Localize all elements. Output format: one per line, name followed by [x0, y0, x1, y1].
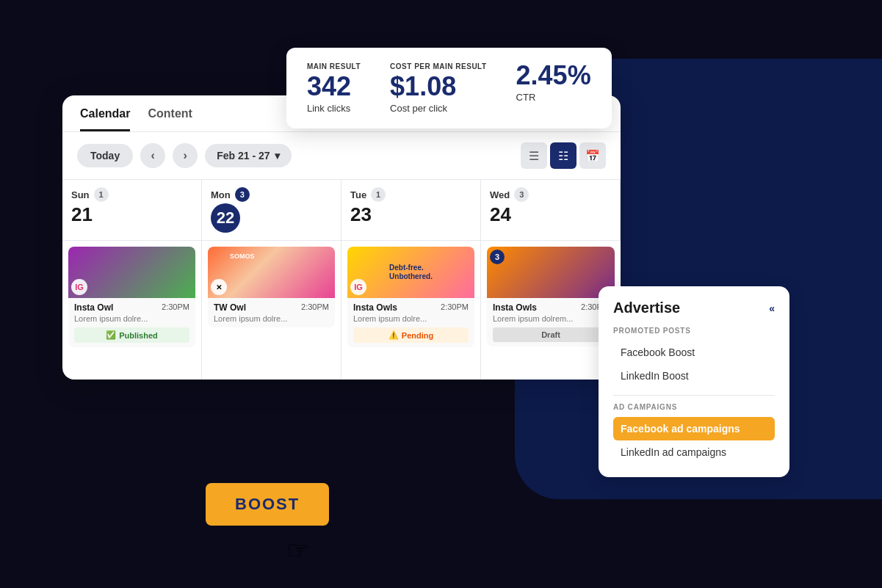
day-header-mon: Mon 3 22: [202, 180, 341, 240]
day-header-sun: Sun 1 21: [62, 180, 202, 240]
calendar-card: Calendar Content Today ‹ › Feb 21 - 27 ▾…: [62, 95, 621, 380]
linkedin-boost-item[interactable]: LinkedIn Boost: [613, 364, 775, 388]
tab-calendar[interactable]: Calendar: [80, 107, 130, 131]
facebook-ad-campaigns-item[interactable]: Facebook ad campaigns: [613, 417, 775, 440]
ctr-label: CTR: [516, 92, 591, 103]
post-image-sun: IG: [68, 247, 195, 298]
main-result-value: 342: [307, 73, 361, 100]
day-header-tue: Tue 1 23: [341, 180, 481, 240]
boost-button[interactable]: BOOST: [206, 483, 329, 526]
day-cell-tue: Debt-free.Unbothered. IG Insta Owls 2:30…: [341, 240, 481, 380]
day-badge-sun: 1: [94, 187, 109, 202]
day-number-sun: 21: [71, 203, 192, 226]
post-desc-sun: Lorem ipsum dolre...: [74, 314, 189, 323]
day-number-tue: 23: [350, 203, 471, 226]
post-name-mon: TW Owl: [214, 302, 246, 313]
calendar-toolbar: Today ‹ › Feb 21 - 27 ▾ ☰ ☷ 📅: [62, 132, 621, 179]
post-card-mon[interactable]: ✕ SOMOS TW Owl 2:30PM Lorem ipsum dolre.…: [208, 247, 335, 327]
day-headers: Sun 1 21 Mon 3 22 Tue 1 23 Wed 3: [62, 179, 621, 380]
view-buttons: ☰ ☷ 📅: [521, 142, 606, 169]
day-cell-sun: IG Insta Owl 2:30PM Lorem ipsum dolre...…: [62, 240, 202, 380]
day-number-mon: 22: [211, 203, 240, 233]
linkedin-ad-campaigns-item[interactable]: LinkedIn ad campaigns: [613, 440, 775, 464]
divider: [613, 395, 775, 396]
post-badge-wed: 3: [490, 250, 505, 264]
day-badge-wed: 3: [514, 187, 529, 202]
stats-card: MAIN RESULT 342 Link clicks COST PER MAI…: [286, 48, 612, 128]
day-name-wed: Wed: [490, 189, 510, 200]
day-header-wed: Wed 3 24: [481, 180, 621, 240]
post-desc-tue: Lorem ipsum dolre...: [353, 314, 469, 323]
post-time-sun: 2:30PM: [162, 302, 189, 311]
post-image-mon: ✕ SOMOS: [208, 247, 335, 298]
post-time-mon: 2:30PM: [301, 302, 329, 311]
status-draft-wed: Draft: [493, 327, 609, 342]
cost-label: COST PER MAIN RESULT: [390, 62, 486, 70]
check-icon: ✅: [106, 330, 116, 340]
facebook-boost-item[interactable]: Facebook Boost: [613, 341, 775, 364]
today-button[interactable]: Today: [77, 144, 133, 167]
twitter-icon: ✕: [211, 279, 227, 295]
day-badge-mon: 3: [235, 187, 250, 202]
main-result-sublabel: Link clicks: [307, 103, 361, 114]
ad-campaigns-label: AD CAMPAIGNS: [613, 403, 775, 411]
post-card-sun[interactable]: IG Insta Owl 2:30PM Lorem ipsum dolre...…: [68, 247, 195, 347]
stats-ctr: 2.45% CTR: [516, 62, 591, 103]
post-image-text: SOMOS: [230, 253, 255, 260]
day-number-wed: 24: [490, 203, 611, 226]
warning-icon: ⚠️: [388, 330, 399, 340]
ctr-value: 2.45%: [516, 62, 591, 89]
collapse-button[interactable]: «: [769, 302, 775, 314]
status-published-sun: ✅ Published: [74, 327, 189, 343]
advertise-panel: Advertise « PROMOTED POSTS Facebook Boos…: [599, 286, 789, 477]
cursor-hand: ☞: [286, 535, 310, 566]
instagram-icon-tue: IG: [350, 279, 366, 295]
grid-icon: ☷: [558, 149, 568, 163]
day-name-mon: Mon: [211, 189, 231, 200]
advertise-title: Advertise: [613, 300, 680, 316]
cost-value: $1.08: [390, 73, 486, 100]
post-card-tue[interactable]: Debt-free.Unbothered. IG Insta Owls 2:30…: [347, 247, 474, 347]
list-view-button[interactable]: ☰: [521, 142, 547, 169]
debt-free-text: Debt-free.Unbothered.: [386, 261, 435, 284]
day-name-tue: Tue: [350, 189, 366, 200]
calendar-icon: 📅: [585, 149, 600, 163]
list-icon: ☰: [529, 149, 539, 163]
post-desc-mon: Lorem ipsum dolre...: [214, 314, 329, 323]
day-cell-mon: ✕ SOMOS TW Owl 2:30PM Lorem ipsum dolre.…: [202, 240, 341, 380]
instagram-icon: IG: [71, 279, 87, 295]
tab-content[interactable]: Content: [148, 107, 192, 131]
status-pending-tue: ⚠️ Pending: [353, 327, 469, 343]
next-button[interactable]: ›: [173, 143, 198, 168]
post-desc-wed: Lorem ipsum dolrem...: [493, 314, 609, 323]
post-name-tue: Insta Owls: [353, 302, 397, 313]
post-card-wed[interactable]: 3 Insta Owls 2:30PM Lorem ipsum dolrem..…: [487, 247, 615, 346]
date-range-button[interactable]: Feb 21 - 27 ▾: [205, 144, 291, 167]
main-result-label: MAIN RESULT: [307, 62, 361, 70]
day-name-sun: Sun: [71, 189, 90, 200]
promoted-posts-label: PROMOTED POSTS: [613, 327, 775, 335]
calendar-view-button[interactable]: 📅: [579, 142, 606, 169]
boost-button-wrap: BOOST: [206, 483, 329, 526]
post-time-tue: 2:30PM: [441, 302, 469, 311]
grid-view-button[interactable]: ☷: [550, 142, 576, 169]
prev-button[interactable]: ‹: [140, 143, 165, 168]
stats-main-result: MAIN RESULT 342 Link clicks: [307, 62, 361, 114]
post-image-tue: Debt-free.Unbothered. IG: [347, 247, 474, 298]
post-name-sun: Insta Owl: [74, 302, 113, 313]
day-badge-tue: 1: [371, 187, 386, 202]
post-image-wed: 3: [487, 247, 615, 298]
stats-cost: COST PER MAIN RESULT $1.08 Cost per clic…: [390, 62, 486, 114]
cost-sublabel: Cost per click: [390, 103, 486, 114]
post-name-wed: Insta Owls: [493, 302, 537, 313]
